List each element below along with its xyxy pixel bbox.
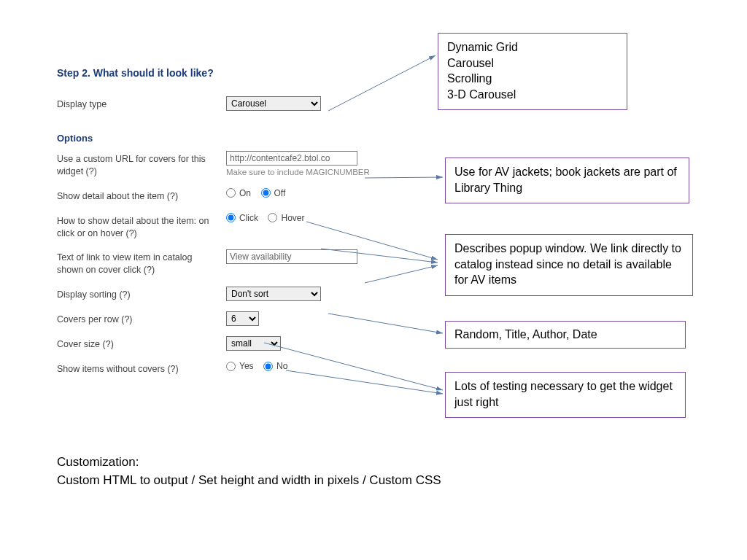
sort-select[interactable]: Don't sort (226, 287, 321, 301)
no-cover-no-text: No (276, 361, 287, 371)
row-sort: Display sorting (?) Don't sort (57, 287, 411, 301)
callout-custom-url-text: Use for AV jackets; book jackets are par… (454, 166, 677, 194)
display-type-label: Display type (57, 96, 226, 111)
callout-sort-text: Random, Title, Author, Date (454, 328, 597, 341)
callout-display-type-l4: 3-D Carousel (447, 87, 618, 103)
sort-label: Display sorting (?) (57, 287, 226, 301)
callout-display-type-l3: Scrolling (447, 71, 618, 87)
show-detail-on-option[interactable]: On (226, 188, 251, 198)
no-cover-yes-text: Yes (239, 361, 254, 371)
how-detail-hover-radio[interactable] (268, 213, 277, 222)
callout-display-type-l2: Carousel (447, 55, 618, 71)
per-row-select[interactable]: 6 (226, 311, 259, 326)
display-type-select[interactable]: Carousel (226, 96, 321, 111)
row-how-detail: How to show detail about the item: on cl… (57, 213, 411, 240)
show-detail-off-text: Off (274, 188, 286, 198)
no-cover-no-option[interactable]: No (263, 361, 287, 371)
show-detail-on-text: On (239, 188, 251, 198)
row-show-detail: Show detail about the item (?) On Off (57, 188, 411, 203)
how-detail-click-radio[interactable] (226, 213, 236, 222)
no-cover-label: Show items without covers (?) (57, 361, 226, 376)
how-detail-label: How to show detail about the item: on cl… (57, 213, 226, 240)
cover-size-label: Cover size (?) (57, 336, 226, 351)
show-detail-off-radio[interactable] (261, 188, 271, 198)
custom-url-input[interactable] (226, 151, 357, 166)
callout-sizing: Lots of testing necessary to get the wid… (445, 372, 686, 418)
row-no-cover: Show items without covers (?) Yes No (57, 361, 411, 376)
show-detail-on-radio[interactable] (226, 188, 236, 198)
row-link-text: Text of link to view item in catalog sho… (57, 249, 411, 276)
how-detail-hover-text: Hover (281, 213, 304, 223)
custom-url-hint: Make sure to include MAGICNUMBER (226, 168, 411, 176)
custom-url-label: Use a custom URL for covers for this wid… (57, 151, 226, 178)
callout-display-type: Dynamic Grid Carousel Scrolling 3-D Caro… (438, 33, 627, 110)
per-row-label: Covers per row (?) (57, 311, 226, 326)
widget-config-form: Step 2. What should it look like? Displa… (57, 67, 411, 386)
how-detail-click-option[interactable]: Click (226, 213, 258, 223)
how-detail-hover-option[interactable]: Hover (268, 213, 304, 223)
options-heading: Options (57, 133, 411, 144)
row-display-type: Display type Carousel (57, 96, 411, 111)
step-title: Step 2. What should it look like? (57, 67, 411, 79)
no-cover-no-radio[interactable] (263, 362, 273, 371)
footer-line1: Customization: (57, 454, 441, 472)
callout-sizing-text: Lots of testing necessary to get the wid… (454, 380, 673, 408)
callout-display-type-l1: Dynamic Grid (447, 39, 618, 55)
link-text-input[interactable] (226, 249, 357, 264)
link-text-label: Text of link to view item in catalog sho… (57, 249, 226, 276)
callout-sort: Random, Title, Author, Date (445, 321, 686, 349)
no-cover-yes-option[interactable]: Yes (226, 361, 254, 371)
row-custom-url: Use a custom URL for covers for this wid… (57, 151, 411, 178)
show-detail-label: Show detail about the item (?) (57, 188, 226, 203)
row-cover-size: Cover size (?) small (57, 336, 411, 351)
callout-custom-url: Use for AV jackets; book jackets are par… (445, 158, 689, 203)
how-detail-click-text: Click (239, 213, 258, 223)
footer-customization-note: Customization: Custom HTML to output / S… (57, 454, 441, 489)
footer-line2: Custom HTML to output / Set height and w… (57, 472, 441, 490)
row-per-row: Covers per row (?) 6 (57, 311, 411, 326)
callout-detail-popup: Describes popup window. We link directly… (445, 234, 693, 296)
callout-detail-popup-text: Describes popup window. We link directly… (454, 242, 681, 286)
show-detail-off-option[interactable]: Off (261, 188, 286, 198)
cover-size-select[interactable]: small (226, 336, 281, 351)
no-cover-yes-radio[interactable] (226, 362, 236, 371)
